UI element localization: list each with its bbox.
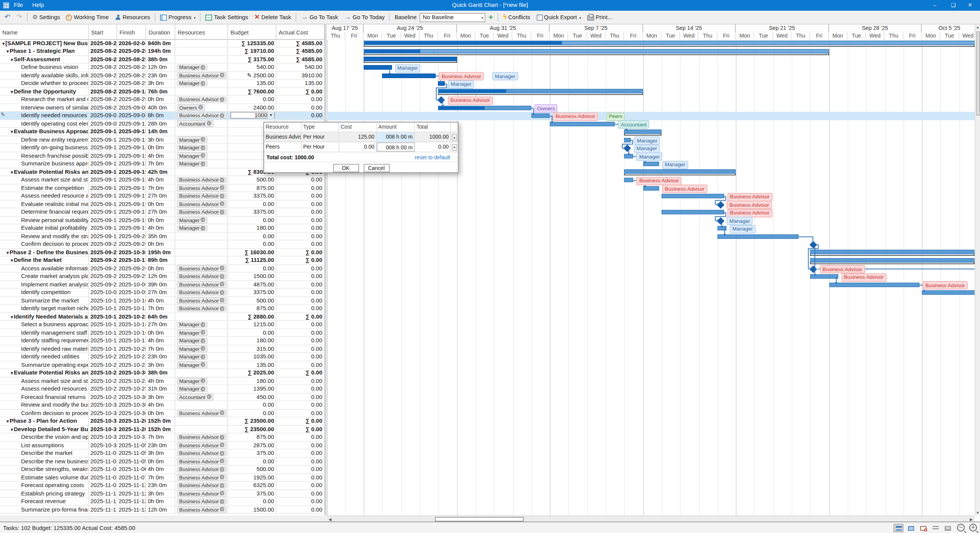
column-header-start[interactable]: Start xyxy=(89,25,117,39)
table-row[interactable]: Implement market analysis p...2025-09-29… xyxy=(0,281,325,289)
gantt-bar[interactable] xyxy=(810,250,975,254)
remove-resource-icon[interactable]: × xyxy=(201,162,206,166)
remove-resource-icon[interactable]: × xyxy=(201,387,206,391)
remove-resource-icon[interactable]: × xyxy=(220,507,225,512)
table-row[interactable]: List assumptions2025-10-312025-11-0523h … xyxy=(0,441,325,450)
table-row[interactable]: Forecast revenue2025-11-122025-11-120h 0… xyxy=(0,498,325,506)
popup-resource-row[interactable]: Business AdvisorPer Hour125.00008 h 00 m… xyxy=(264,132,458,142)
remove-resource-icon[interactable]: × xyxy=(201,322,206,327)
expand-triangle-icon[interactable]: ▾ xyxy=(11,258,13,263)
table-row[interactable]: Identify needed utilities2025-10-202025-… xyxy=(0,353,325,361)
budget-inline-editor[interactable]: 1000▼ xyxy=(230,112,275,119)
table-row[interactable]: Identify management staff re...2025-10-1… xyxy=(0,329,325,337)
gantt-bar[interactable] xyxy=(364,41,975,45)
remove-resource-icon[interactable]: × xyxy=(201,330,206,335)
table-row[interactable]: ▾Phase 2 - Define the Business...2025-09… xyxy=(0,249,325,257)
expand-triangle-icon[interactable]: ▾ xyxy=(11,129,13,134)
remove-resource-icon[interactable]: × xyxy=(201,226,206,231)
toolbar-button-resources[interactable]: Resources xyxy=(112,11,153,23)
table-row[interactable]: Interview owners of similar b...2025-08-… xyxy=(0,104,325,112)
remove-resource-icon[interactable]: × xyxy=(220,178,225,182)
remove-resource-icon[interactable]: × xyxy=(220,290,225,295)
vertical-scroll-thumb[interactable] xyxy=(976,31,980,116)
milestone-diamond[interactable] xyxy=(717,217,724,224)
budget-editor-value[interactable]: 1000 xyxy=(231,112,268,119)
gantt-bar[interactable] xyxy=(531,113,550,118)
table-row[interactable]: Review and modify the busines...2025-10-… xyxy=(0,401,325,409)
expand-triangle-icon[interactable]: ▾ xyxy=(7,49,9,54)
remove-resource-icon[interactable]: × xyxy=(220,451,225,456)
remove-resource-icon[interactable]: × xyxy=(220,459,225,464)
expand-triangle-icon[interactable]: ▾ xyxy=(11,371,13,375)
gantt-bar[interactable] xyxy=(810,258,975,262)
table-row[interactable]: Create market analysis plan2025-09-26202… xyxy=(0,273,325,281)
expand-triangle-icon[interactable]: ▾ xyxy=(7,419,9,423)
table-row[interactable]: Confirm decision to proceed2025-10-30202… xyxy=(0,409,325,417)
remove-resource-icon[interactable]: × xyxy=(220,113,225,118)
scroll-down-icon[interactable]: ▼ xyxy=(975,511,980,515)
popup-cost-cell[interactable]: 0.00 xyxy=(339,142,377,152)
table-row[interactable]: ▾Phase 3 - Plan for Action2025-10-302025… xyxy=(0,417,325,425)
table-row[interactable]: ▾[SAMPLE PROJECT] New Business2025-08-25… xyxy=(0,39,325,47)
chevron-down-icon[interactable]: ▼ xyxy=(268,112,274,119)
gantt-bar[interactable] xyxy=(364,65,392,70)
table-row[interactable]: Review personal suitability2025-09-19202… xyxy=(0,216,325,224)
popup-type-cell[interactable]: Per Hour xyxy=(302,132,339,142)
gantt-bar[interactable] xyxy=(438,105,531,110)
gantt-bar[interactable] xyxy=(662,210,724,214)
expand-triangle-icon[interactable]: ▾ xyxy=(11,170,13,174)
table-row[interactable]: Define business vision2025-08-252025-08-… xyxy=(0,64,325,72)
gantt-bar[interactable] xyxy=(643,186,659,190)
menu-help[interactable]: Help xyxy=(28,0,49,11)
gantt-bar[interactable] xyxy=(717,226,727,231)
remove-resource-icon[interactable]: × xyxy=(220,499,225,504)
column-header-name[interactable]: Name xyxy=(0,25,89,39)
remove-resource-icon[interactable]: × xyxy=(220,491,225,496)
table-row[interactable]: Assess needed resource avail...2025-09-1… xyxy=(0,192,325,200)
toolbar-button-working-time[interactable]: Working Time xyxy=(63,11,112,23)
notes-view-button[interactable] xyxy=(942,523,952,532)
gantt-bar[interactable] xyxy=(662,194,724,198)
toolbar-button-quick-export[interactable]: Quick Export▾ xyxy=(533,11,584,23)
table-row[interactable]: Describe the market2025-11-052025-11-053… xyxy=(0,450,325,458)
remove-resource-icon[interactable]: × xyxy=(220,483,225,488)
table-row[interactable]: ▾Phase 1 - Strategic Plan2025-08-252025-… xyxy=(0,47,325,56)
toolbar-button-undo-icon[interactable]: ↶ xyxy=(2,11,13,23)
table-row[interactable]: Identify target market niche2025-10-1020… xyxy=(0,305,325,313)
working-time-view-button[interactable] xyxy=(918,523,928,532)
maximize-button[interactable]: ❏ xyxy=(945,0,962,11)
table-row[interactable]: Summarize pro-forma financ...2025-11-122… xyxy=(0,506,325,514)
baseline-combo[interactable]: No Baseline▾ xyxy=(420,13,485,22)
toolbar-button-progress[interactable]: Progress▾ xyxy=(157,11,199,23)
milestone-diamond[interactable] xyxy=(624,144,631,151)
remove-resource-icon[interactable]: × xyxy=(220,202,225,206)
scroll-up-icon[interactable]: ▲ xyxy=(975,25,980,29)
expand-triangle-icon[interactable]: ▾ xyxy=(11,57,13,62)
gantt-bar[interactable] xyxy=(364,49,829,53)
remove-resource-icon[interactable]: × xyxy=(220,411,225,415)
table-row[interactable]: Access available information2025-09-2620… xyxy=(0,265,325,273)
milestone-diamond[interactable] xyxy=(717,201,724,208)
remove-resource-icon[interactable]: × xyxy=(220,97,225,102)
gantt-bar[interactable] xyxy=(643,162,659,166)
resize-grip-icon[interactable]: ⋰ xyxy=(452,168,457,173)
remove-resource-icon[interactable]: × xyxy=(198,105,203,110)
table-row[interactable]: Establish pricing strategy2025-11-122025… xyxy=(0,490,325,498)
column-header-duration[interactable]: Duration xyxy=(146,25,175,39)
toolbar-button-conflicts[interactable]: ϟConflicts xyxy=(500,11,533,23)
cancel-button[interactable]: Cancel xyxy=(363,163,389,172)
toolbar-button-task-settings[interactable]: Task Settings xyxy=(203,11,251,23)
gantt-bar[interactable] xyxy=(922,290,975,295)
remove-resource-icon[interactable]: × xyxy=(220,210,225,214)
remove-resource-icon[interactable]: × xyxy=(206,121,211,126)
milestone-diamond[interactable] xyxy=(810,265,817,272)
remove-resource-icon[interactable]: × xyxy=(201,146,206,150)
toolbar-button-plus-icon[interactable]: + xyxy=(485,11,496,23)
popup-amount-cell[interactable]: 008 h 00 m xyxy=(377,132,415,142)
table-row[interactable]: ▾Define the Market2025-09-262025-10-1389… xyxy=(0,257,325,265)
column-header-finish[interactable]: Finish xyxy=(117,25,146,39)
milestone-diamond[interactable] xyxy=(810,241,817,248)
expand-triangle-icon[interactable]: ▾ xyxy=(11,89,13,94)
table-row[interactable]: Summarize operating expens...2025-10-232… xyxy=(0,361,325,369)
gantt-bar[interactable] xyxy=(438,81,445,86)
